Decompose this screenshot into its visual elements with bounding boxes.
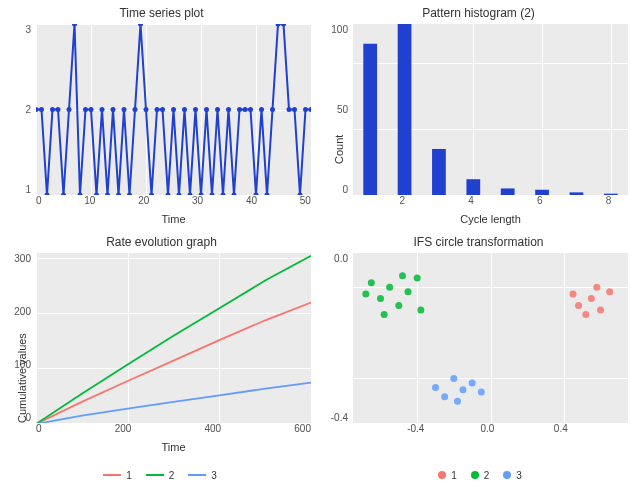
rate-x-label: Time	[36, 441, 311, 453]
svg-point-14	[111, 107, 116, 112]
svg-point-75	[399, 272, 406, 279]
svg-point-12	[100, 107, 105, 112]
ifs-y-axis: 0.0-0.4	[323, 253, 351, 424]
histogram-title: Pattern histogram (2)	[323, 4, 634, 24]
dot-swatch-icon	[438, 471, 446, 479]
dot-swatch-icon	[503, 471, 511, 479]
svg-point-7	[72, 24, 77, 27]
rate-legend-item-3: 3	[188, 470, 217, 481]
svg-point-82	[454, 397, 461, 404]
svg-point-27	[182, 107, 187, 112]
svg-point-23	[160, 107, 165, 112]
svg-point-29	[193, 107, 198, 112]
ifs-legend: 1 2 3	[320, 470, 640, 481]
svg-point-44	[276, 24, 281, 27]
svg-point-67	[377, 295, 384, 302]
svg-point-4	[56, 107, 61, 112]
timeseries-x-label: Time	[36, 213, 311, 225]
line-swatch-icon	[103, 474, 121, 476]
svg-point-41	[259, 107, 264, 112]
svg-point-16	[122, 107, 127, 112]
rate-title: Rate evolution graph	[6, 233, 317, 253]
svg-point-37	[237, 107, 242, 112]
svg-point-61	[588, 295, 595, 302]
ifs-panel: IFS circle transformation 0.0-0.4 -0.40.…	[323, 233, 634, 456]
histogram-plot	[353, 24, 628, 195]
svg-point-19	[138, 24, 143, 27]
svg-point-79	[441, 393, 448, 400]
histogram-panel: Pattern histogram (2) 100500 2468 Cycle …	[323, 4, 634, 227]
svg-point-63	[606, 288, 613, 295]
histogram-y-label: Count	[333, 135, 345, 164]
svg-point-39	[248, 107, 253, 112]
histogram-x-label: Cycle length	[353, 213, 628, 225]
svg-point-1	[39, 107, 44, 112]
rate-legend: 1 2 3	[0, 470, 320, 481]
rate-panel: Rate evolution graph 3002001000 02004006…	[6, 233, 317, 456]
svg-point-60	[575, 301, 582, 308]
timeseries-title: Time series plot	[6, 4, 317, 24]
svg-point-35	[226, 107, 231, 112]
svg-point-80	[478, 388, 485, 395]
svg-point-69	[395, 301, 402, 308]
svg-point-49	[303, 107, 308, 112]
rate-y-label: Cumulative values	[16, 333, 28, 423]
ifs-legend-item-3: 3	[503, 470, 522, 481]
svg-point-10	[89, 107, 94, 112]
ifs-legend-item-2: 2	[471, 470, 490, 481]
legend-row: 1 2 3 1 2 3	[0, 455, 640, 495]
svg-point-72	[417, 306, 424, 313]
svg-point-3	[50, 107, 55, 112]
svg-point-64	[582, 311, 589, 318]
dot-swatch-icon	[471, 471, 479, 479]
rate-legend-item-2: 2	[146, 470, 175, 481]
svg-point-31	[204, 107, 209, 112]
line-swatch-icon	[146, 474, 164, 476]
ifs-plot	[353, 253, 628, 424]
ifs-x-axis: -0.40.00.4	[353, 423, 628, 437]
rate-x-axis: 0200400600	[36, 423, 311, 437]
timeseries-panel: Time series plot 321 01020304050 Time	[6, 4, 317, 227]
svg-point-18	[133, 107, 138, 112]
svg-rect-51	[363, 44, 377, 195]
svg-point-9	[83, 107, 88, 112]
svg-point-77	[460, 386, 467, 393]
svg-point-71	[414, 274, 421, 281]
timeseries-plot	[36, 24, 311, 195]
svg-point-70	[405, 288, 412, 295]
svg-point-65	[593, 283, 600, 290]
ifs-title: IFS circle transformation	[323, 233, 634, 253]
svg-point-78	[469, 379, 476, 386]
svg-point-74	[362, 290, 369, 297]
svg-point-73	[381, 311, 388, 318]
ifs-legend-item-1: 1	[438, 470, 457, 481]
svg-point-0	[36, 107, 39, 112]
svg-point-62	[597, 306, 604, 313]
svg-point-76	[450, 374, 457, 381]
rate-plot	[36, 253, 311, 424]
svg-rect-52	[398, 24, 412, 195]
svg-point-46	[287, 107, 292, 112]
svg-point-47	[292, 107, 297, 112]
svg-point-68	[386, 283, 393, 290]
svg-point-6	[67, 107, 72, 112]
rate-legend-item-1: 1	[103, 470, 132, 481]
svg-point-43	[270, 107, 275, 112]
svg-point-20	[144, 107, 149, 112]
svg-point-25	[171, 107, 176, 112]
svg-point-45	[281, 24, 286, 27]
histogram-x-axis: 2468	[353, 195, 628, 209]
svg-point-38	[243, 107, 248, 112]
svg-point-66	[368, 279, 375, 286]
svg-rect-53	[432, 149, 446, 195]
svg-point-33	[215, 107, 220, 112]
svg-point-50	[309, 107, 312, 112]
svg-rect-54	[466, 179, 480, 194]
svg-point-81	[432, 384, 439, 391]
svg-point-59	[570, 290, 577, 297]
svg-point-22	[155, 107, 160, 112]
timeseries-y-axis: 321	[6, 24, 34, 195]
line-swatch-icon	[188, 474, 206, 476]
timeseries-x-axis: 01020304050	[36, 195, 311, 209]
histogram-y-axis: 100500	[323, 24, 351, 195]
